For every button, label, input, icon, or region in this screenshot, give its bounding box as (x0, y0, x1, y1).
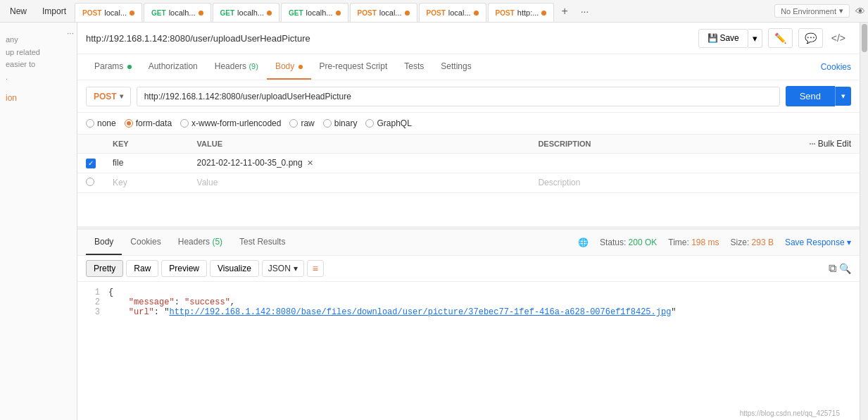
res-tab-testresults[interactable]: Test Results (231, 230, 294, 255)
comment-button[interactable]: 💬 (798, 28, 823, 48)
tab-settings-label: Settings (441, 61, 471, 71)
radio-formdata-circle (125, 119, 133, 128)
tab-post-3[interactable]: POST local... (419, 3, 486, 23)
scroll-thumb[interactable] (862, 24, 867, 52)
save-dropdown-button[interactable]: ▾ (748, 29, 762, 48)
tab-auth-label: Authorization (149, 61, 198, 71)
row-checkbox[interactable] (86, 159, 96, 168)
radio-raw[interactable]: raw (289, 118, 314, 128)
more-icon[interactable]: ··· (809, 140, 815, 148)
tab-headers[interactable]: Headers (9) (206, 54, 267, 80)
cookies-link[interactable]: Cookies (821, 55, 851, 79)
file-value: 2021-02-12-11-00-35_0.png ✕ (197, 158, 522, 168)
method-select[interactable]: POST ▾ (86, 87, 131, 106)
import-button[interactable]: Import (35, 4, 73, 19)
code-button[interactable]: </> (826, 29, 851, 47)
radio-binary[interactable]: binary (323, 118, 358, 128)
tab-url: localh... (306, 8, 333, 17)
tab-get-3[interactable]: GET localh... (281, 3, 348, 23)
method-label: GET (289, 9, 303, 17)
method-dropdown-icon: ▾ (120, 92, 123, 100)
tab-post-1[interactable]: POST local... (75, 3, 142, 23)
save-button[interactable]: 💾 Save (698, 29, 748, 48)
tab-params[interactable]: Params (86, 54, 140, 80)
format-raw-button[interactable]: Raw (126, 260, 158, 277)
sidebar-more-button[interactable]: ··· (67, 28, 74, 38)
response-status-bar: 🌐 Status: 200 OK Time: 198 ms Size: 293 … (578, 237, 851, 247)
format-pretty-button[interactable]: Pretty (86, 260, 123, 277)
tabs-more-button[interactable]: ··· (575, 3, 595, 20)
environment-section: No Environment ▾ 👁 (774, 4, 865, 18)
search-button[interactable]: 🔍 (839, 263, 851, 274)
tab-post-2[interactable]: POST local... (350, 3, 417, 23)
tab-prerequest[interactable]: Pre-request Script (311, 54, 396, 80)
url-actions: 💾 Save ▾ ✏️ 💬 </> (698, 28, 851, 48)
placeholder-description[interactable]: Description (529, 173, 708, 192)
send-button[interactable]: Send (786, 86, 835, 106)
response-area: Body Cookies Headers (5) Test Results 🌐 (77, 229, 860, 323)
save-response-button[interactable]: Save Response ▾ (785, 237, 851, 247)
radio-urlencoded-label: x-www-form-urlencoded (191, 118, 281, 128)
method-label: GET (151, 9, 166, 17)
tab-get-2[interactable]: GET localh... (213, 3, 279, 23)
format-visualize-button[interactable]: Visualize (210, 260, 259, 277)
wrap-icon[interactable]: ≡ (307, 260, 324, 277)
file-remove-button[interactable]: ✕ (307, 159, 313, 168)
radio-none[interactable]: none (86, 118, 116, 128)
key-placeholder: Key (113, 178, 127, 187)
sidebar-desc: up relatedeasier to. (6, 48, 40, 81)
placeholder-actions (709, 173, 860, 192)
placeholder-checkbox-cell (77, 173, 104, 192)
radio-binary-circle (323, 119, 332, 128)
new-button[interactable]: New (3, 4, 34, 19)
row-description[interactable] (529, 154, 708, 173)
bulk-edit-button[interactable]: Bulk Edit (818, 139, 851, 149)
radio-formdata[interactable]: form-data (125, 118, 172, 128)
table-row: file 2021-02-12-11-00-35_0.png ✕ (77, 154, 860, 173)
environment-select[interactable]: No Environment ▾ (774, 4, 850, 18)
value-placeholder: Value (197, 178, 218, 187)
body-options: none form-data x-www-form-urlencoded raw… (77, 113, 860, 135)
tab-prerequest-label: Pre-request Script (320, 61, 388, 71)
tab-tests[interactable]: Tests (396, 54, 432, 80)
save-button-group: 💾 Save ▾ (698, 29, 762, 48)
placeholder-value[interactable]: Value (189, 173, 530, 192)
tab-get-1[interactable]: GET localh... (144, 3, 210, 23)
tab-body-label: Body (275, 61, 294, 71)
globe-icon: 🌐 (578, 237, 589, 247)
radio-urlencoded[interactable]: x-www-form-urlencoded (180, 118, 281, 128)
headers-badge: (9) (249, 62, 258, 70)
sidebar-any: any (6, 35, 18, 44)
tab-authorization[interactable]: Authorization (140, 54, 206, 80)
format-type-select[interactable]: JSON ▾ (262, 260, 304, 277)
res-tab-headers[interactable]: Headers (5) (170, 230, 231, 255)
radio-graphql[interactable]: GraphQL (365, 118, 411, 128)
placeholder-key[interactable]: Key (104, 173, 189, 192)
edit-button[interactable]: ✏️ (768, 28, 793, 48)
copy-button[interactable]: ⧉ (829, 262, 836, 275)
res-tab-body[interactable]: Body (86, 230, 122, 255)
tab-post-4[interactable]: POST http:... (488, 3, 555, 23)
status-dot (541, 11, 546, 16)
params-dot (127, 65, 132, 69)
tab-settings[interactable]: Settings (432, 54, 479, 80)
status-label: Status: 200 OK (600, 237, 657, 247)
th-checkbox (77, 135, 104, 154)
tab-body[interactable]: Body (267, 54, 311, 80)
size-value: 293 B (752, 237, 774, 247)
format-preview-button[interactable]: Preview (161, 260, 207, 277)
status-dot (336, 11, 341, 16)
res-tab-cookies[interactable]: Cookies (122, 230, 169, 255)
row-value[interactable]: 2021-02-12-11-00-35_0.png ✕ (189, 154, 530, 173)
res-testresults-label: Test Results (239, 237, 285, 247)
tab-url: http:... (517, 8, 539, 17)
eye-button[interactable]: 👁 (855, 6, 865, 17)
send-dropdown-button[interactable]: ▾ (835, 87, 851, 106)
row-key[interactable]: file (104, 154, 189, 173)
sidebar-link[interactable]: ion (3, 92, 74, 104)
scrollbar[interactable] (860, 23, 868, 420)
new-tab-button[interactable]: + (555, 2, 573, 20)
save-response-label: Save Response (785, 237, 845, 247)
line-number: 1 (86, 288, 100, 297)
url-input[interactable] (137, 87, 780, 106)
